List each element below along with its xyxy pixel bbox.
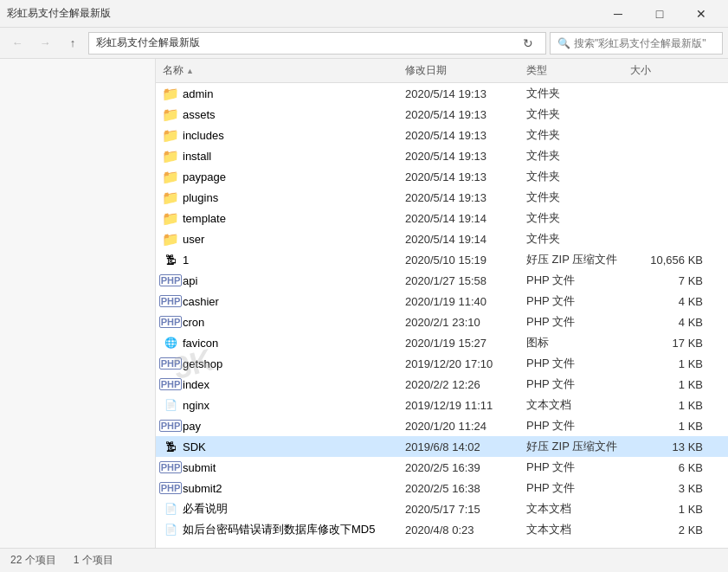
table-row[interactable]: 📁 plugins 2020/5/14 19:13 文件夹 <box>156 187 728 208</box>
file-name: api <box>183 274 405 287</box>
maximize-button[interactable]: □ <box>640 0 680 28</box>
file-icon-cell: 📁 <box>163 148 178 164</box>
table-row[interactable]: PHP api 2020/1/27 15:58 PHP 文件 7 KB <box>156 270 728 291</box>
file-date: 2020/2/5 16:39 <box>405 461 526 474</box>
file-date: 2019/6/8 14:02 <box>405 440 526 453</box>
address-text: 彩虹易支付全解最新版 <box>96 35 514 50</box>
col-header-size[interactable]: 大小 <box>630 63 717 78</box>
search-icon: 🔍 <box>557 37 570 49</box>
file-icon-cell: PHP <box>163 356 178 371</box>
file-name: plugins <box>183 191 405 204</box>
table-row[interactable]: 📄 如后台密码错误请到数据库修改下MD5 2020/4/8 0:23 文本文档 … <box>156 519 728 540</box>
close-button[interactable]: ✕ <box>681 0 721 28</box>
table-row[interactable]: 🗜 1 2020/5/10 15:19 好压 ZIP 压缩文件 10,656 K… <box>156 249 728 270</box>
folder-icon: 📁 <box>162 86 179 102</box>
table-row[interactable]: 📁 assets 2020/5/14 19:13 文件夹 <box>156 104 728 125</box>
back-button[interactable]: ← <box>5 31 29 55</box>
table-row[interactable]: 📁 includes 2020/5/14 19:13 文件夹 <box>156 125 728 145</box>
table-row[interactable]: 📁 paypage 2020/5/14 19:13 文件夹 <box>156 166 728 187</box>
file-size: 3 KB <box>630 482 717 495</box>
file-name: 如后台密码错误请到数据库修改下MD5 <box>183 522 405 537</box>
table-row[interactable]: 🌐 favicon 2020/1/19 15:27 图标 17 KB <box>156 332 728 353</box>
address-bar[interactable]: 彩虹易支付全解最新版 ↻ <box>88 32 546 55</box>
search-box[interactable]: 🔍 <box>550 32 723 55</box>
table-row[interactable]: PHP getshop 2019/12/20 17:10 PHP 文件 1 KB <box>156 353 728 374</box>
table-row[interactable]: 🗜 SDK 2019/6/8 14:02 好压 ZIP 压缩文件 13 KB <box>156 436 728 457</box>
file-date: 2020/5/14 19:13 <box>405 87 526 100</box>
file-name: paypage <box>183 170 405 183</box>
file-date: 2020/1/19 15:27 <box>405 337 526 350</box>
table-row[interactable]: PHP cron 2020/2/1 23:10 PHP 文件 4 KB <box>156 312 728 332</box>
table-row[interactable]: 📁 install 2020/5/14 19:13 文件夹 <box>156 145 728 166</box>
table-row[interactable]: 📄 nginx 2019/12/19 11:11 文本文档 1 KB <box>156 395 728 415</box>
folder-icon: 📁 <box>162 231 179 247</box>
folder-icon: 📁 <box>162 190 179 206</box>
file-name: install <box>183 150 405 163</box>
file-type: 文件夹 <box>526 106 630 122</box>
file-name: user <box>183 233 405 246</box>
file-name: cashier <box>183 295 405 308</box>
file-size: 1 KB <box>630 378 717 391</box>
file-type: 文件夹 <box>526 86 630 101</box>
file-date: 2020/1/27 15:58 <box>405 274 526 287</box>
col-header-date[interactable]: 修改日期 <box>405 63 526 78</box>
refresh-button[interactable]: ↻ <box>518 33 538 54</box>
file-type: PHP 文件 <box>526 460 630 475</box>
php-icon: PHP <box>159 357 183 370</box>
file-name: getshop <box>183 357 405 370</box>
file-size: 13 KB <box>630 440 717 453</box>
table-row[interactable]: PHP submit2 2020/2/5 16:38 PHP 文件 3 KB <box>156 478 728 498</box>
column-headers: 名称 ▲ 修改日期 类型 大小 <box>156 59 728 83</box>
file-type: 文件夹 <box>526 169 630 184</box>
file-icon-cell: 📁 <box>163 210 178 226</box>
file-name: includes <box>183 129 405 142</box>
table-row[interactable]: 📁 user 2020/5/14 19:14 文件夹 <box>156 228 728 249</box>
file-type: PHP 文件 <box>526 376 630 392</box>
table-row[interactable]: PHP index 2020/2/2 12:26 PHP 文件 1 KB <box>156 374 728 395</box>
file-type: 好压 ZIP 压缩文件 <box>526 439 630 454</box>
file-area: 名称 ▲ 修改日期 类型 大小 📁 admin 2020/5/14 19:13 … <box>156 59 728 548</box>
txt-icon: 📄 <box>164 399 177 411</box>
file-icon-cell: PHP <box>163 314 178 330</box>
file-type: PHP 文件 <box>526 293 630 309</box>
folder-icon: 📁 <box>162 148 179 164</box>
title-bar-text: 彩虹易支付全解最新版 <box>7 6 593 21</box>
search-input[interactable] <box>574 37 715 49</box>
txt-icon: 📄 <box>164 524 177 536</box>
table-row[interactable]: 📁 template 2020/5/14 19:14 文件夹 <box>156 208 728 228</box>
file-type: 文件夹 <box>526 148 630 164</box>
minimize-button[interactable]: ─ <box>598 0 638 28</box>
file-date: 2019/12/20 17:10 <box>405 357 526 370</box>
table-row[interactable]: PHP pay 2020/1/20 11:24 PHP 文件 1 KB <box>156 415 728 436</box>
file-name: 1 <box>183 254 405 267</box>
folder-icon: 📁 <box>162 127 179 144</box>
file-date: 2020/1/19 11:40 <box>405 295 526 308</box>
file-size: 1 KB <box>630 420 717 433</box>
file-date: 2020/5/17 7:15 <box>405 503 526 516</box>
file-name: nginx <box>183 399 405 412</box>
php-icon: PHP <box>159 482 183 494</box>
file-icon-cell: PHP <box>163 460 178 475</box>
up-button[interactable]: ↑ <box>61 31 85 55</box>
col-header-type[interactable]: 类型 <box>526 63 630 78</box>
file-date: 2020/4/8 0:23 <box>405 524 526 537</box>
file-date: 2020/5/14 19:13 <box>405 191 526 204</box>
table-row[interactable]: PHP submit 2020/2/5 16:39 PHP 文件 6 KB <box>156 457 728 478</box>
file-icon-cell: 📄 <box>163 397 178 413</box>
table-row[interactable]: PHP cashier 2020/1/19 11:40 PHP 文件 4 KB <box>156 291 728 312</box>
file-type: 文件夹 <box>526 210 630 226</box>
file-date: 2020/5/14 19:13 <box>405 108 526 121</box>
php-icon: PHP <box>159 461 183 473</box>
file-name: submit <box>183 461 405 474</box>
forward-button[interactable]: → <box>33 31 57 55</box>
table-row[interactable]: 📄 必看说明 2020/5/17 7:15 文本文档 1 KB <box>156 498 728 519</box>
file-size: 6 KB <box>630 461 717 474</box>
file-icon-cell: 📁 <box>163 127 178 143</box>
file-type: 文件夹 <box>526 231 630 247</box>
folder-icon: 📁 <box>162 106 179 123</box>
toolbar: ← → ↑ 彩虹易支付全解最新版 ↻ 🔍 <box>0 28 728 59</box>
file-size: 1 KB <box>630 399 717 412</box>
col-header-name[interactable]: 名称 ▲ <box>163 63 405 78</box>
table-row[interactable]: 📁 admin 2020/5/14 19:13 文件夹 <box>156 83 728 104</box>
file-icon-cell: 🗜 <box>163 439 178 454</box>
